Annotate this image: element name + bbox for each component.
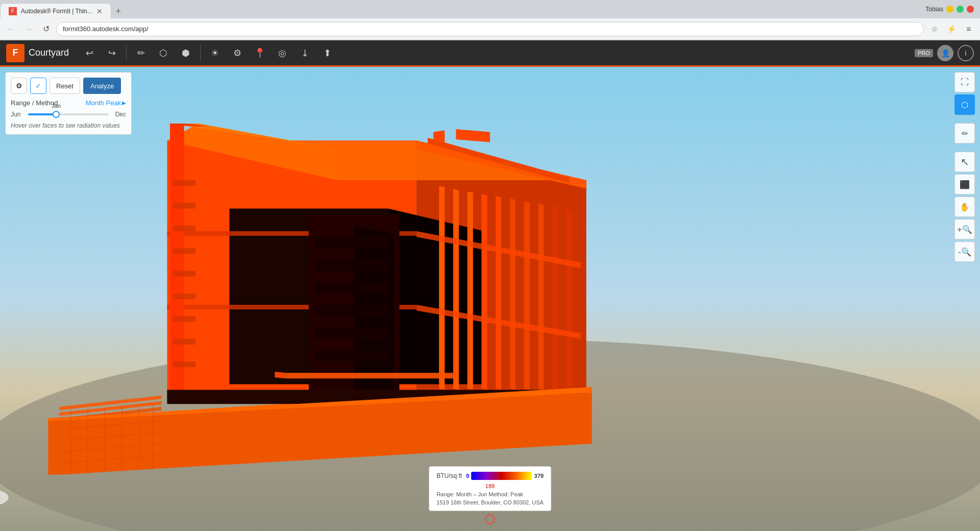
svg-marker-25 <box>468 191 473 390</box>
toolbar-separator-2 <box>200 45 201 61</box>
location-button[interactable]: 📍 <box>250 43 270 63</box>
svg-marker-40 <box>314 350 388 361</box>
svg-marker-54 <box>173 294 195 299</box>
building-visualization: ⊙ <box>0 67 980 531</box>
svg-marker-61 <box>275 372 286 378</box>
check-button[interactable]: ✓ <box>30 78 46 94</box>
main-viewport: ⊙ ⚙ ✓ Reset Analyze Range / Method Month… <box>0 67 980 531</box>
svg-marker-52 <box>173 248 195 254</box>
draw-tool-button[interactable]: ✏ <box>954 123 975 143</box>
month-peak-label: Month Peak <box>86 99 121 107</box>
svg-marker-55 <box>173 316 195 322</box>
menu-icon[interactable]: ≡ <box>962 22 976 36</box>
legend-unit-label: BTU/sq ft <box>436 472 462 479</box>
legend-gradient <box>471 472 532 480</box>
legend-range-desc: Range: Month – Jun Method: Peak <box>436 491 544 497</box>
range-method-label: Range / Method <box>11 99 58 107</box>
analysis-panel: ⚙ ✓ Reset Analyze Range / Method Month P… <box>5 72 132 135</box>
settings-button[interactable]: ⚙ <box>227 43 248 63</box>
slider-left-label: Jun <box>11 111 25 118</box>
bookmark-icon[interactable]: ☆ <box>927 22 941 36</box>
form-button[interactable]: ⬢ <box>176 43 196 63</box>
svg-marker-23 <box>439 186 445 390</box>
legend-box: BTU/sq ft 0 379 189 Range: Month – Jun M… <box>429 466 551 511</box>
svg-marker-27 <box>496 196 501 390</box>
zoom-out-button[interactable]: -🔍 <box>954 242 975 262</box>
sketch-button[interactable]: ✏ <box>131 43 151 63</box>
user-label: Tobias <box>925 6 943 13</box>
svg-marker-51 <box>173 226 195 231</box>
sun-button[interactable]: ☀ <box>205 43 225 63</box>
download-button[interactable]: ⤓ <box>295 43 315 63</box>
refresh-button[interactable]: ↺ <box>39 22 53 36</box>
svg-marker-30 <box>538 203 544 390</box>
tab-close-button[interactable]: ✕ <box>96 7 103 15</box>
energy-button[interactable]: ◎ <box>272 43 292 63</box>
app-toolbar: ↩ ↪ ✏ ⬡ ⬢ ☀ ⚙ 📍 ◎ ⤓ ⬆ <box>79 43 911 63</box>
svg-marker-26 <box>481 194 487 390</box>
legend-value-0: 0 <box>466 473 469 479</box>
svg-marker-47 <box>170 124 184 396</box>
slider-right-label: Dec <box>112 111 126 118</box>
address-bar[interactable]: formit360.autodesk.com/app/ <box>56 22 924 36</box>
svg-marker-28 <box>510 198 516 390</box>
status-indicator <box>485 514 495 524</box>
analyze-button[interactable]: Analyze <box>83 78 121 94</box>
zoom-in-button[interactable]: +🔍 <box>954 219 975 239</box>
reset-button[interactable]: Reset <box>50 78 80 94</box>
slider-thumb[interactable]: Jan <box>53 111 60 118</box>
tab-favicon: F <box>9 7 17 15</box>
svg-marker-53 <box>173 271 195 277</box>
svg-marker-29 <box>524 201 530 390</box>
pro-badge: PRO <box>915 49 933 57</box>
3d-view-button[interactable]: ⬡ <box>954 94 975 115</box>
month-peak-button[interactable]: Month Peak ▶ <box>86 99 126 107</box>
svg-marker-39 <box>314 327 388 339</box>
gear-button[interactable]: ⚙ <box>11 78 27 94</box>
window-maximize-button[interactable] <box>957 6 964 13</box>
svg-marker-31 <box>552 206 558 390</box>
select-tool-button[interactable]: ↖ <box>954 152 975 172</box>
svg-marker-60 <box>286 373 456 378</box>
svg-marker-38 <box>314 305 388 316</box>
pan-tool-button[interactable]: ✋ <box>954 197 975 217</box>
svg-marker-37 <box>314 282 388 294</box>
autodesk-logo: F <box>6 44 24 62</box>
window-close-button[interactable] <box>967 6 974 13</box>
new-tab-button[interactable]: + <box>111 4 126 18</box>
forward-button[interactable]: → <box>21 22 36 36</box>
toolbar-separator <box>126 45 127 61</box>
legend-value-mid: 189 <box>485 483 495 489</box>
svg-marker-24 <box>453 189 459 390</box>
tab-title: Autodesk® FormIt | Thin... <box>21 8 92 15</box>
undo-button[interactable]: ↩ <box>79 43 100 63</box>
month-slider-track[interactable]: Jan <box>28 113 109 115</box>
svg-marker-32 <box>567 208 572 390</box>
extensions-icon[interactable]: ⚡ <box>944 22 959 36</box>
slider-fill <box>28 113 56 115</box>
browser-tab[interactable]: F Autodesk® FormIt | Thin... ✕ <box>0 3 111 18</box>
redo-button[interactable]: ↪ <box>102 43 122 63</box>
orbit-tool-button[interactable]: ⬛ <box>954 174 975 195</box>
mesh-button[interactable]: ⬡ <box>153 43 174 63</box>
info-button[interactable]: i <box>958 45 974 61</box>
share-button[interactable]: ⬆ <box>317 43 337 63</box>
svg-marker-56 <box>173 339 195 345</box>
project-name: Courtyard <box>29 47 69 58</box>
svg-marker-49 <box>173 180 195 186</box>
fullscreen-button[interactable]: ⛶ <box>954 72 975 92</box>
back-button[interactable]: ← <box>4 22 18 36</box>
arrow-icon: ▶ <box>122 100 126 106</box>
legend-location-desc: 1519 16th Street, Boulder, CO 80302, USA <box>436 499 544 505</box>
hover-hint: Hover over faces to see radiation values <box>11 122 126 129</box>
window-minimize-button[interactable] <box>946 6 953 13</box>
right-toolbar: ⛶ ⬡ ✏ ↖ ⬛ ✋ +🔍 -🔍 <box>954 72 975 262</box>
slider-thumb-label: Jan <box>52 103 61 109</box>
svg-marker-50 <box>173 203 195 208</box>
user-avatar[interactable]: 👤 <box>937 45 953 61</box>
svg-marker-36 <box>314 259 388 271</box>
legend-value-max: 379 <box>534 473 544 479</box>
svg-marker-35 <box>314 237 388 248</box>
url-text: formit360.autodesk.com/app/ <box>63 25 149 33</box>
svg-marker-57 <box>173 361 195 367</box>
